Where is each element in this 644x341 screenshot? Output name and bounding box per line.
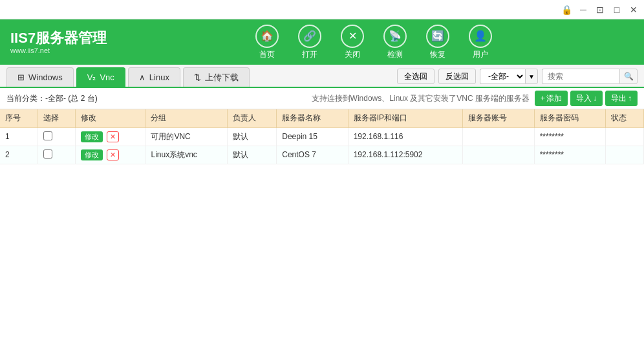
export-button[interactable]: 导出 ↑ xyxy=(605,91,638,106)
row1-checkbox[interactable] xyxy=(43,131,52,140)
col-select: 选择 xyxy=(38,109,76,127)
vnc-tab-label: Vnc xyxy=(100,72,114,82)
col-group: 分组 xyxy=(145,109,228,127)
logo-subtitle: www.iis7.net xyxy=(10,47,114,54)
import-button[interactable]: 导入 ↓ xyxy=(570,91,603,106)
col-owner: 负责人 xyxy=(228,109,277,127)
row1-edit-button[interactable]: 修改 xyxy=(81,131,103,142)
detect-icon: 📡 xyxy=(383,25,407,48)
minimize-button[interactable]: ─ xyxy=(578,5,588,15)
nav-home[interactable]: 🏠 首页 xyxy=(251,25,283,60)
row2-delete-button[interactable]: ✕ xyxy=(107,149,119,160)
search-button[interactable]: 🔍 xyxy=(619,69,638,84)
nav-items: 🏠 首页 🔗 打开 ✕ 关闭 📡 检测 🔄 恢复 👤 用户 xyxy=(114,25,634,60)
cell-ip-1: 192.168.1.116 xyxy=(348,127,463,146)
nav-home-label: 首页 xyxy=(259,49,275,60)
server-table: 序号 选择 修改 分组 负责人 服务器名称 服务器IP和端口 服务器账号 服务器… xyxy=(0,109,644,164)
cell-group-2: Linux系统vnc xyxy=(145,146,228,164)
maximize-button[interactable]: □ xyxy=(612,5,622,15)
home-icon: 🏠 xyxy=(255,25,279,48)
close-button[interactable]: ✕ xyxy=(628,5,639,15)
filter-select-wrap: -全部- ▼ xyxy=(480,69,538,84)
user-icon: 👤 xyxy=(469,25,492,48)
linux-tab-icon: ∧ xyxy=(139,72,145,82)
cell-account-1 xyxy=(463,127,534,146)
table-row: 2 修改 ✕ Linux系统vnc 默认 CentOS 7 192.168.1.… xyxy=(0,146,644,164)
row2-edit-button[interactable]: 修改 xyxy=(81,149,103,160)
linux-tab-label: Linux xyxy=(149,72,169,82)
col-status: 状态 xyxy=(606,109,644,127)
table-header-row: 序号 选择 修改 分组 负责人 服务器名称 服务器IP和端口 服务器账号 服务器… xyxy=(0,109,644,127)
cell-account-2 xyxy=(463,146,534,164)
vnc-tab-icon: V₂ xyxy=(87,72,96,82)
row1-delete-button[interactable]: ✕ xyxy=(107,131,119,142)
export-icon: ↑ xyxy=(628,94,632,103)
upload-download-icon: ⇅ xyxy=(194,72,201,82)
col-ip: 服务器IP和端口 xyxy=(348,109,463,127)
cell-owner-1: 默认 xyxy=(228,127,277,146)
logo: IIS7服务器管理 www.iis7.net xyxy=(10,30,114,54)
row2-checkbox[interactable] xyxy=(43,149,52,159)
invert-select-button[interactable]: 反选回 xyxy=(438,69,476,84)
current-category-text: 当前分类：-全部- (总 2 台) xyxy=(6,93,306,104)
titlebar: 🔒 ─ ⊡ □ ✕ xyxy=(0,0,644,19)
cell-name-2: CentOS 7 xyxy=(277,146,348,164)
restore-icon: 🔄 xyxy=(426,25,449,48)
nav-user[interactable]: 👤 用户 xyxy=(464,25,497,60)
tab-upload-download[interactable]: ⇅ 上传下载 xyxy=(183,67,250,87)
nav-close-label: 关闭 xyxy=(345,49,360,60)
cell-edit-1: 修改 ✕ xyxy=(76,127,145,146)
nav-restore[interactable]: 🔄 恢复 xyxy=(422,25,454,60)
windows-tab-label: Windows xyxy=(28,72,63,82)
cell-edit-2: 修改 ✕ xyxy=(76,146,145,164)
windows-tab-icon: ⊞ xyxy=(17,72,25,82)
tab-vnc[interactable]: V₂ Vnc xyxy=(76,67,125,87)
server-table-wrap: 序号 选择 修改 分组 负责人 服务器名称 服务器IP和端口 服务器账号 服务器… xyxy=(0,109,644,341)
cell-owner-2: 默认 xyxy=(228,146,277,164)
upload-download-label: 上传下载 xyxy=(205,72,239,83)
import-label: 导入 xyxy=(576,93,592,104)
nav-close[interactable]: ✕ 关闭 xyxy=(336,25,369,60)
cell-status-2 xyxy=(606,146,644,164)
action-buttons: + 添加 导入 ↓ 导出 ↑ xyxy=(535,91,638,106)
col-password: 服务器密码 xyxy=(534,109,605,127)
infobar: 当前分类：-全部- (总 2 台) 支持连接到Windows、Linux 及其它… xyxy=(0,88,644,109)
titlebar-controls: 🔒 ─ ⊡ □ ✕ xyxy=(561,5,639,15)
cell-ip-2: 192.168.1.112:5902 xyxy=(348,146,463,164)
col-name: 服务器名称 xyxy=(277,109,348,127)
navbar: IIS7服务器管理 www.iis7.net 🏠 首页 🔗 打开 ✕ 关闭 📡 … xyxy=(0,19,644,65)
add-button[interactable]: + 添加 xyxy=(535,91,568,106)
add-label: 添加 xyxy=(546,93,562,104)
cell-password-2: ******** xyxy=(534,146,605,164)
select-all-button[interactable]: 全选回 xyxy=(397,69,435,84)
support-text: 支持连接到Windows、Linux 及其它安装了VNC 服务端的服务器 xyxy=(312,93,530,104)
import-icon: ↓ xyxy=(593,94,597,103)
nav-user-label: 用户 xyxy=(473,49,488,60)
nav-detect-label: 检测 xyxy=(387,49,403,60)
nav-open[interactable]: 🔗 打开 xyxy=(294,25,326,60)
table-row: 1 修改 ✕ 可用的VNC 默认 Deepin 15 192.168.1.116… xyxy=(0,127,644,146)
filter-select-arrow[interactable]: ▼ xyxy=(525,69,538,84)
nav-restore-label: 恢复 xyxy=(430,49,445,60)
cell-group-1: 可用的VNC xyxy=(145,127,228,146)
col-account: 服务器账号 xyxy=(463,109,534,127)
cell-password-1: ******** xyxy=(534,127,605,146)
filter-select[interactable]: -全部- xyxy=(480,69,525,84)
lock-icon: 🔒 xyxy=(561,5,572,15)
col-index: 序号 xyxy=(0,109,38,127)
cell-name-1: Deepin 15 xyxy=(277,127,348,146)
close-icon: ✕ xyxy=(341,25,364,48)
search-input[interactable] xyxy=(542,69,619,84)
open-icon: 🔗 xyxy=(298,25,321,48)
add-icon: + xyxy=(541,94,545,103)
tabbar: ⊞ Windows V₂ Vnc ∧ Linux ⇅ 上传下载 全选回 反选回 … xyxy=(0,65,644,88)
restore-button[interactable]: ⊡ xyxy=(595,5,605,15)
nav-open-label: 打开 xyxy=(302,49,317,60)
main-content: ⊞ Windows V₂ Vnc ∧ Linux ⇅ 上传下载 全选回 反选回 … xyxy=(0,65,644,341)
nav-detect[interactable]: 📡 检测 xyxy=(379,25,411,60)
cell-index-2: 2 xyxy=(0,146,38,164)
tab-windows[interactable]: ⊞ Windows xyxy=(6,67,74,87)
search-wrap: 🔍 xyxy=(542,69,638,84)
col-edit: 修改 xyxy=(76,109,145,127)
tab-linux[interactable]: ∧ Linux xyxy=(128,67,180,87)
